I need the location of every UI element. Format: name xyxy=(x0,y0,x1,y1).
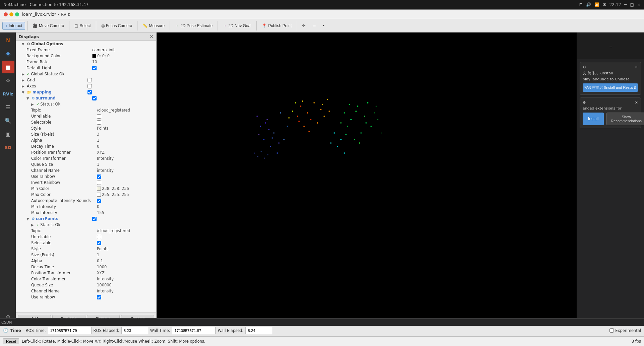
alpha-value[interactable]: 1 xyxy=(97,138,99,143)
mapping-toggle[interactable]: ▼ xyxy=(22,90,26,94)
size-pixels-value[interactable]: 3 xyxy=(97,132,99,137)
pose-estimate-button[interactable]: → 2D Pose Estimate xyxy=(172,22,216,30)
ros-time-input[interactable] xyxy=(48,327,92,334)
experimental-checkbox[interactable] xyxy=(609,328,614,333)
selectable-checkbox[interactable] xyxy=(97,120,101,125)
currpoints-row[interactable]: ▼ ⚙ currPoints xyxy=(16,216,156,222)
wall-elapsed-input[interactable] xyxy=(245,327,272,334)
channel-name-value[interactable]: intensity xyxy=(97,168,114,173)
grid-label: Grid xyxy=(27,78,35,82)
max-intensity-value[interactable]: 155 xyxy=(97,210,104,215)
style-value[interactable]: Points xyxy=(97,126,109,131)
notification-close-icon[interactable]: ✕ xyxy=(635,65,638,69)
currpoints-checkbox[interactable] xyxy=(92,217,97,221)
select-button[interactable]: ▢ Select xyxy=(71,22,94,30)
publish-point-button[interactable]: 📍 Publish Point xyxy=(259,22,295,30)
maximize-btn[interactable]: □ xyxy=(630,2,634,7)
minus-button[interactable]: ─ xyxy=(310,22,319,30)
close-btn[interactable]: ✕ xyxy=(637,2,641,7)
global-status-row[interactable]: ▶ ✓ Global Status: Ok xyxy=(16,71,156,77)
max-color-swatch[interactable] xyxy=(97,193,101,197)
dot-green[interactable] xyxy=(15,12,19,16)
sidebar-content[interactable]: ▼ ⚙ Global Options Fixed Frame xyxy=(16,41,156,313)
wall-time-input[interactable] xyxy=(172,327,216,334)
fixed-frame-value[interactable]: camera_init xyxy=(92,48,115,52)
icon-app7[interactable]: SD xyxy=(2,141,14,154)
icon-app1[interactable]: ◈ xyxy=(2,47,14,60)
mapping-checkbox[interactable] xyxy=(87,90,92,94)
sidebar-close-btn[interactable]: ✕ xyxy=(150,34,154,39)
curr-color-tf-value[interactable]: Intensity xyxy=(97,277,114,281)
status-toggle[interactable]: ▶ xyxy=(22,72,26,76)
curr-selectable-checkbox[interactable] xyxy=(97,241,101,245)
min-color-swatch[interactable] xyxy=(97,187,101,191)
viewport-area[interactable]: 8 fps ◁ xyxy=(157,32,577,324)
surround-toggle[interactable]: ▼ xyxy=(26,96,31,100)
axes-checkbox[interactable] xyxy=(87,84,92,88)
pose-icon: → xyxy=(175,23,179,28)
ext-gear-icon[interactable]: ⚙ xyxy=(583,100,586,105)
queue-size-value[interactable]: 1 xyxy=(97,162,99,167)
global-options-row[interactable]: ▼ ⚙ Global Options xyxy=(16,41,156,47)
surround-status-toggle[interactable]: ▶ xyxy=(31,102,35,106)
icon-nomachine[interactable]: N xyxy=(2,34,14,47)
measure-button[interactable]: 📏 Measure xyxy=(139,22,168,30)
frame-rate-value[interactable]: 10 xyxy=(92,60,97,64)
ros-elapsed-input[interactable] xyxy=(121,327,148,334)
curr-pos-tf-value[interactable]: XYZ xyxy=(97,271,105,275)
pos-transformer-value[interactable]: XYZ xyxy=(97,150,105,155)
icon-rviz[interactable]: RViz xyxy=(2,87,14,100)
icon-app2[interactable]: ■ xyxy=(2,61,14,73)
ext-install-btn[interactable]: Install xyxy=(583,113,604,125)
curr-size-value[interactable]: 1 xyxy=(97,253,99,257)
dot-button[interactable]: • xyxy=(320,22,327,30)
reset-button[interactable]: Reset xyxy=(3,338,19,344)
axes-row[interactable]: ▶ Axes xyxy=(16,83,156,89)
interact-button[interactable]: ↕ Interact xyxy=(2,22,25,30)
icon-app3[interactable]: ⚙ xyxy=(2,74,14,87)
focus-camera-button[interactable]: ◎ Focus Camera xyxy=(98,22,135,30)
dot-yellow[interactable] xyxy=(9,12,13,16)
minimize-btn[interactable]: ─ xyxy=(624,2,627,7)
curr-style-value[interactable]: Points xyxy=(97,247,109,251)
install-restart-btn[interactable]: 安装并重启 (Install and Restart) xyxy=(583,83,638,92)
grid-toggle[interactable]: ▶ xyxy=(22,78,26,82)
currpoints-toggle[interactable]: ▼ xyxy=(26,217,31,221)
plus-button[interactable]: ✛ xyxy=(299,22,308,30)
global-toggle[interactable]: ▼ xyxy=(22,42,26,46)
color-transformer-value[interactable]: Intensity xyxy=(97,156,114,161)
topic-value[interactable]: /cloud_registered xyxy=(97,108,130,113)
curr-alpha-value[interactable]: 0.1 xyxy=(97,259,103,263)
curr-rainbow-checkbox[interactable] xyxy=(97,295,101,299)
show-recommendations-btn[interactable]: Show Recommendations xyxy=(606,113,644,125)
min-intensity-value[interactable]: 0 xyxy=(97,204,99,209)
grid-checkbox[interactable] xyxy=(87,78,92,82)
bg-color-swatch[interactable] xyxy=(92,54,96,58)
surround-row[interactable]: ▼ ⚙ surround xyxy=(16,95,156,101)
grid-row[interactable]: ▶ Grid xyxy=(16,77,156,83)
autocompute-checkbox[interactable] xyxy=(97,199,101,203)
default-light-checkbox[interactable] xyxy=(92,66,97,70)
svg-point-21 xyxy=(303,126,305,127)
nav-goal-button[interactable]: → 2D Nav Goal xyxy=(220,22,254,30)
curr-queue-value[interactable]: 100000 xyxy=(97,283,112,287)
move-camera-button[interactable]: 🎥 Move Camera xyxy=(30,22,67,30)
notification-gear-icon[interactable]: ⚙ xyxy=(583,65,586,69)
axes-toggle[interactable]: ▶ xyxy=(22,84,26,88)
curr-channel-value[interactable]: intensity xyxy=(97,289,114,293)
decay-time-value[interactable]: 0 xyxy=(97,144,99,149)
mapping-row[interactable]: ▼ 📁 mapping xyxy=(16,89,156,95)
curr-unreliable-checkbox[interactable] xyxy=(97,235,101,239)
curr-decay-value[interactable]: 1000 xyxy=(97,265,107,269)
surround-checkbox[interactable] xyxy=(92,96,97,100)
ext-close-icon[interactable]: ✕ xyxy=(635,100,638,105)
curr-topic-value[interactable]: /cloud_registered xyxy=(97,228,130,233)
icon-app4[interactable]: ☰ xyxy=(2,101,14,114)
currpoints-status-toggle[interactable]: ▶ xyxy=(31,223,35,227)
dot-red[interactable] xyxy=(4,12,8,16)
use-rainbow-checkbox[interactable] xyxy=(97,175,101,179)
invert-rainbow-checkbox[interactable] xyxy=(97,181,101,185)
unreliable-checkbox[interactable] xyxy=(97,114,101,119)
icon-app5[interactable]: 🔍 xyxy=(2,114,14,127)
icon-app6[interactable]: ▣ xyxy=(2,128,14,140)
